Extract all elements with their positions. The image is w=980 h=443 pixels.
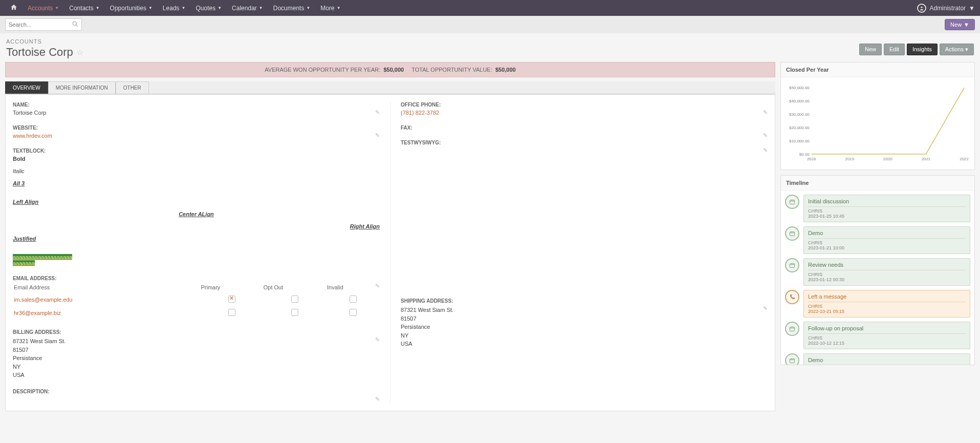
website-value[interactable]: www.hrdev.com xyxy=(13,133,380,139)
shipping-line: Persistance xyxy=(401,323,768,331)
home-icon[interactable] xyxy=(5,0,23,16)
calendar-icon xyxy=(785,226,799,241)
pencil-icon[interactable]: ✎ xyxy=(375,283,380,289)
insights-button[interactable]: Insights xyxy=(907,44,938,55)
invalid-checkbox[interactable] xyxy=(350,309,357,316)
testwysiwyg-label: TESTWYSIWYG: xyxy=(401,140,768,145)
closed-per-year-chart: $0.00$10,000.00$20,000.00$30,000.00$40,0… xyxy=(786,82,969,164)
timeline-item[interactable]: Follow-up on proposalCHRIS2022-10-12 12:… xyxy=(785,322,970,349)
caret-down-icon: ▾ xyxy=(965,46,968,52)
textblock-label: TEXTBLOCK: xyxy=(13,148,380,154)
nav-documents[interactable]: Documents ▼ xyxy=(268,1,316,16)
metric-total-value: $50,000 xyxy=(495,67,516,73)
timeline-item-time: 2023-01-25 10:45 xyxy=(808,214,844,219)
pencil-icon[interactable]: ✎ xyxy=(763,147,768,154)
email-address[interactable]: hr36@example.biz xyxy=(14,307,200,319)
caret-down-icon: ▼ xyxy=(217,6,222,10)
metric-avg-label: AVERAGE WON OPPORTUNITY PER YEAR: xyxy=(265,67,380,73)
pencil-icon[interactable]: ✎ xyxy=(375,132,380,139)
email-address[interactable]: im.sales@example.edu xyxy=(14,293,200,306)
nav-quotes[interactable]: Quotes ▼ xyxy=(190,1,227,16)
nav-accounts[interactable]: Accounts ▼ xyxy=(23,1,64,16)
office-phone-value[interactable]: (781) 822-3782 xyxy=(401,110,768,116)
pencil-icon[interactable]: ✎ xyxy=(375,396,380,403)
timeline-item[interactable]: Initial discussionCHRIS2023-01-25 10:45 xyxy=(785,195,970,222)
caret-down-icon: ▼ xyxy=(306,6,310,10)
billing-line: 87321 West Siam St. xyxy=(13,337,380,346)
description-label: DESCRIPTION: xyxy=(13,389,380,394)
nav-contacts[interactable]: Contacts ▼ xyxy=(64,1,104,16)
shipping-line: 87321 West Siam St. xyxy=(401,306,768,314)
new-dropdown-label: New xyxy=(950,22,962,28)
timeline-item-time: 2023-01-21 10:00 xyxy=(808,245,844,250)
timeline-title: Timeline xyxy=(781,176,974,191)
actions-button[interactable]: Actions ▾ xyxy=(940,44,974,55)
textblock-center: Center ALign xyxy=(13,211,380,217)
shipping-line: USA xyxy=(401,340,768,348)
pencil-icon[interactable]: ✎ xyxy=(763,109,768,116)
calendar-icon xyxy=(785,195,799,209)
timeline-item-time: 2023-01-12 00:30 xyxy=(808,277,844,282)
optout-checkbox[interactable] xyxy=(291,309,298,316)
svg-rect-14 xyxy=(790,200,795,204)
timeline-item[interactable]: Review needsCHRIS2023-01-12 00:30 xyxy=(785,258,970,286)
star-icon[interactable]: ☆ xyxy=(76,48,83,57)
optout-checkbox[interactable] xyxy=(291,296,298,303)
edit-button[interactable]: Edit xyxy=(884,44,905,55)
email-table: Email Address Primary Opt Out Invalid im… xyxy=(13,283,380,320)
new-dropdown[interactable]: New ▼ xyxy=(945,19,975,30)
timeline-item-title: Initial discussion xyxy=(808,198,966,204)
timeline-item-user: CHRIS xyxy=(808,272,966,277)
timeline-item[interactable]: Left a messageCHRIS2022-10-21 05:15 xyxy=(785,290,970,318)
nav-opportunities[interactable]: Opportunities ▼ xyxy=(105,1,158,16)
timeline-item[interactable]: DemoCHRIS2023-01-21 10:00 xyxy=(785,226,970,254)
timeline-card: Left a messageCHRIS2022-10-21 05:15 xyxy=(803,290,970,318)
svg-text:2020: 2020 xyxy=(883,157,892,161)
caret-down-icon: ▼ xyxy=(964,22,969,28)
timeline-item-title: Demo xyxy=(808,230,966,236)
top-nav: Accounts ▼Contacts ▼Opportunities ▼Leads… xyxy=(0,0,980,16)
svg-rect-20 xyxy=(790,327,795,331)
metrics-bar: AVERAGE WON OPPORTUNITY PER YEAR: $50,00… xyxy=(5,62,775,77)
sub-bar: New ▼ xyxy=(0,16,980,33)
calendar-icon xyxy=(785,322,799,336)
search-input[interactable] xyxy=(5,18,82,31)
tab-more-information[interactable]: MORE INFORMATION xyxy=(48,81,116,94)
svg-point-0 xyxy=(921,6,923,8)
new-button[interactable]: New xyxy=(859,44,882,55)
svg-rect-16 xyxy=(790,232,795,236)
timeline-item-time: 2022-10-21 05:15 xyxy=(808,309,844,314)
nav-leads[interactable]: Leads ▼ xyxy=(158,1,191,16)
chart-panel: Closed Per Year $0.00$10,000.00$20,000.0… xyxy=(780,62,975,170)
tab-other[interactable]: OTHER xyxy=(116,81,149,94)
name-label: NAME: xyxy=(13,102,380,108)
timeline-card: DemoCHRIS2023-01-21 10:00 xyxy=(803,226,970,254)
caret-down-icon: ▼ xyxy=(182,6,186,10)
nav-calendar[interactable]: Calendar ▼ xyxy=(227,1,268,16)
primary-checkbox[interactable] xyxy=(228,309,235,316)
breadcrumb: ACCOUNTS xyxy=(6,38,83,45)
nav-more[interactable]: More ▼ xyxy=(315,1,345,16)
timeline-item-user: CHRIS xyxy=(808,335,966,341)
timeline-item-user: CHRIS xyxy=(808,208,966,214)
tab-overview[interactable]: OVERVIEW xyxy=(5,81,48,94)
timeline-item-title: Review needs xyxy=(808,262,966,268)
timeline-item[interactable]: DemoCHRIS2022-04-15 16:15 xyxy=(785,353,970,365)
email-row: hr36@example.biz xyxy=(14,307,379,319)
user-menu[interactable]: Administrator ▼ xyxy=(917,4,975,13)
billing-line: 81507 xyxy=(13,346,380,354)
search-icon[interactable] xyxy=(72,20,79,29)
pencil-icon[interactable]: ✎ xyxy=(763,305,768,312)
timeline-item-user: CHRIS xyxy=(808,304,966,309)
invalid-checkbox[interactable] xyxy=(350,296,357,303)
pencil-icon[interactable]: ✎ xyxy=(375,336,380,343)
timeline-item-title: Follow-up on proposal xyxy=(808,325,966,331)
metric-total-label: TOTAL OPPORTUNITY VALUE: xyxy=(411,67,492,73)
pencil-icon[interactable]: ✎ xyxy=(763,132,768,139)
pencil-icon[interactable]: ✎ xyxy=(375,109,380,116)
chart-panel-title: Closed Per Year xyxy=(781,62,974,77)
website-label: WEBSITE: xyxy=(13,125,380,131)
primary-checkbox[interactable] xyxy=(228,296,235,303)
calendar-icon xyxy=(785,258,799,272)
email-col-invalid: Invalid xyxy=(327,284,379,292)
